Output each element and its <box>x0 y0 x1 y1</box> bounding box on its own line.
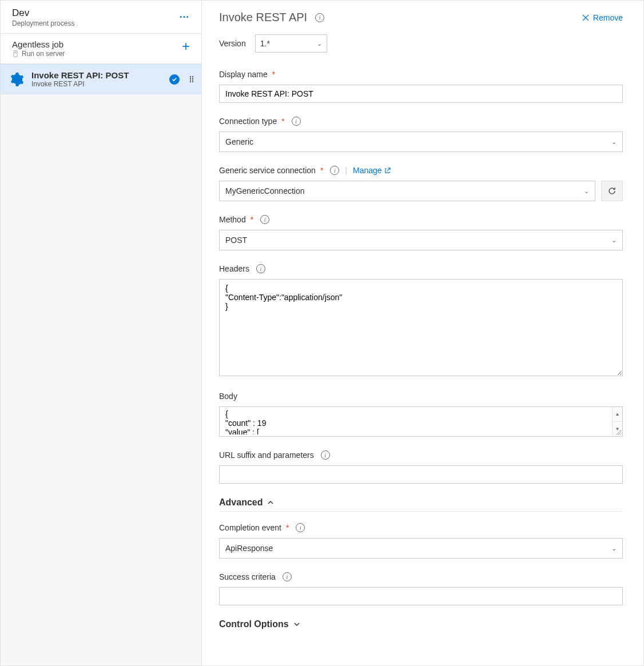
refresh-icon <box>607 186 617 196</box>
connection-type-select[interactable]: Generic ⌄ <box>219 131 623 152</box>
remove-button[interactable]: Remove <box>582 13 623 22</box>
advanced-label: Advanced <box>219 497 263 508</box>
method-value: POST <box>225 236 247 245</box>
body-label: Body <box>219 392 237 401</box>
close-icon <box>582 14 590 22</box>
refresh-button[interactable] <box>601 181 623 201</box>
url-suffix-label: URL suffix and parameters <box>219 450 314 460</box>
service-connection-value: MyGenericConnection <box>225 186 305 196</box>
required-marker: * <box>272 70 275 79</box>
main-panel: Invoke REST API i Remove Version 1.* ⌄ D… <box>202 1 643 665</box>
job-title: Agentless job <box>12 39 65 49</box>
task-enabled-icon <box>169 74 180 85</box>
body-textarea[interactable] <box>220 407 611 434</box>
manage-link[interactable]: Manage <box>353 166 391 175</box>
stage-subtitle: Deployment process <box>12 19 74 27</box>
headers-textarea[interactable] <box>219 279 623 376</box>
advanced-section-toggle[interactable]: Advanced <box>219 497 623 512</box>
version-label: Version <box>219 39 246 48</box>
success-criteria-label: Success criteria <box>219 572 276 581</box>
completion-event-select[interactable]: ApiResponse ⌄ <box>219 538 623 559</box>
manage-label: Manage <box>353 166 382 175</box>
required-marker: * <box>251 215 253 224</box>
chevron-up-icon <box>267 499 274 506</box>
task-subtitle: Invoke REST API <box>31 80 162 88</box>
sidebar: Dev Deployment process … Agentless job R… <box>1 1 202 665</box>
external-link-icon <box>384 168 391 174</box>
resize-handle-icon[interactable] <box>615 429 622 436</box>
chevron-down-icon: ⌄ <box>611 545 617 552</box>
url-suffix-input[interactable] <box>219 465 623 484</box>
chevron-down-icon: ⌄ <box>611 237 617 244</box>
stage-title: Dev <box>12 7 74 19</box>
control-options-section-toggle[interactable]: Control Options <box>219 619 623 633</box>
info-icon[interactable]: i <box>256 264 265 273</box>
method-label: Method <box>219 215 246 224</box>
info-icon[interactable]: i <box>321 450 330 460</box>
display-name-label: Display name <box>219 70 268 79</box>
job-header[interactable]: Agentless job Run on server + <box>1 34 201 64</box>
method-select[interactable]: POST ⌄ <box>219 230 623 250</box>
headers-label: Headers <box>219 264 249 273</box>
version-value: 1.* <box>260 39 270 48</box>
version-select[interactable]: 1.* ⌄ <box>255 34 327 53</box>
drag-handle-icon[interactable] <box>189 76 194 82</box>
separator: | <box>345 166 347 175</box>
chevron-down-icon <box>293 621 300 628</box>
required-marker: * <box>281 117 284 126</box>
info-icon[interactable]: i <box>315 13 324 22</box>
service-connection-select[interactable]: MyGenericConnection ⌄ <box>219 181 595 201</box>
chevron-down-icon: ⌄ <box>584 188 589 195</box>
app-root: Dev Deployment process … Agentless job R… <box>0 0 644 666</box>
gear-icon <box>9 71 25 87</box>
add-task-icon[interactable]: + <box>180 39 192 53</box>
chevron-down-icon: ⌄ <box>317 40 322 47</box>
chevron-down-icon: ⌄ <box>611 138 617 146</box>
info-icon[interactable]: i <box>260 215 269 224</box>
stage-header[interactable]: Dev Deployment process … <box>1 1 201 34</box>
required-marker: * <box>286 523 289 532</box>
control-options-label: Control Options <box>219 619 289 629</box>
svg-rect-0 <box>14 51 17 57</box>
server-icon <box>12 50 19 57</box>
scroll-up-icon[interactable]: ▲ <box>613 407 622 421</box>
connection-type-value: Generic <box>225 137 253 146</box>
connection-type-label: Connection type <box>219 117 277 126</box>
info-icon[interactable]: i <box>283 572 292 581</box>
display-name-input[interactable] <box>219 85 623 103</box>
info-icon[interactable]: i <box>292 117 301 126</box>
success-criteria-input[interactable] <box>219 587 623 605</box>
completion-event-label: Completion event <box>219 523 281 532</box>
task-title: Invoke REST API: POST <box>31 70 162 80</box>
info-icon[interactable]: i <box>296 523 305 532</box>
required-marker: * <box>320 166 323 175</box>
task-row-selected[interactable]: Invoke REST API: POST Invoke REST API <box>1 64 201 94</box>
completion-event-value: ApiResponse <box>225 544 273 553</box>
info-icon[interactable]: i <box>330 166 339 175</box>
service-connection-label: Generic service connection <box>219 166 316 175</box>
page-title: Invoke REST API <box>219 11 307 24</box>
stage-more-icon[interactable]: … <box>177 7 192 22</box>
remove-label: Remove <box>593 13 623 22</box>
job-subtitle: Run on server <box>22 50 65 58</box>
